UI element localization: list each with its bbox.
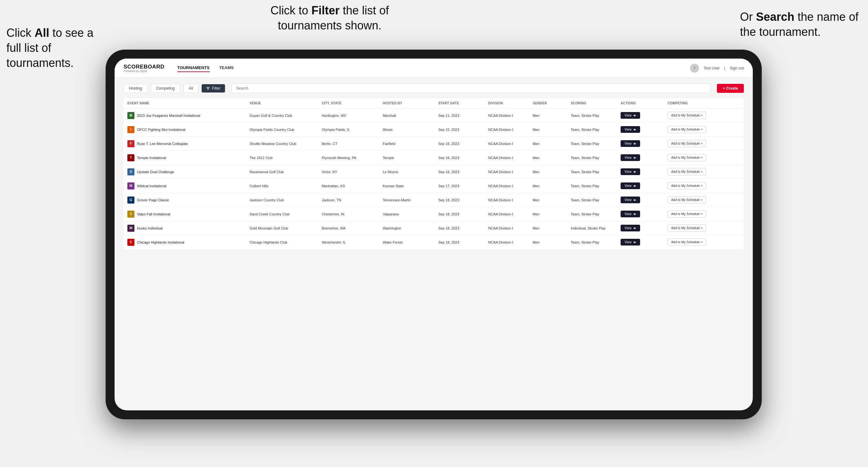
city-cell-3: Plymouth Meeting, PA [318,151,379,165]
annotation-topleft: Click All to see a full list of tourname… [6,26,96,70]
add-schedule-button-4[interactable]: Add to My Schedule + [668,168,706,176]
division-cell-1: NCAA Division I [485,123,529,137]
division-cell-2: NCAA Division I [485,137,529,151]
nav-link-teams[interactable]: TEAMS [219,64,234,72]
add-schedule-button-9[interactable]: Add to My Schedule + [668,239,706,246]
tab-competing[interactable]: Competing [151,84,180,93]
add-schedule-button-5[interactable]: Add to My Schedule + [668,182,706,189]
col-header-city: CITY, STATE [318,98,379,108]
view-button-6[interactable]: View [621,196,640,203]
table-row: I OFCC Fighting Illini Invitational Olym… [124,123,744,137]
hosted-cell-3: Temple [379,151,434,165]
table-row: W Wildcat Invitational Colbert Hills Man… [124,179,744,193]
scoring-cell-1: Team, Stroke Play [567,123,617,137]
gender-cell-3: Men [529,151,567,165]
division-cell-6: NCAA Division I [485,193,529,207]
view-button-4[interactable]: View [621,168,640,175]
date-cell-5: Sep 17, 2023 [434,179,484,193]
tab-hosting[interactable]: Hosting [124,84,148,93]
main-content: Hosting Competing All Filter + Create EV… [115,78,753,410]
hosted-cell-9: Wake Forest [379,235,434,249]
city-cell-4: Victor, NY [318,165,379,179]
nav-link-tournaments[interactable]: TOURNAMENTS [177,64,210,72]
logo-sub: Powered by clippd [124,69,164,73]
add-schedule-button-6[interactable]: Add to My Schedule + [668,196,706,204]
sign-out-link[interactable]: Sign out [730,66,744,70]
actions-cell-0: View [617,108,664,123]
event-name-cell-6: G Grover Page Classic [124,193,246,207]
event-name-cell-5: W Wildcat Invitational [124,179,246,193]
hosted-cell-7: Valparaiso [379,207,434,221]
nav-links: TOURNAMENTS TEAMS [177,64,690,72]
search-box [231,84,711,93]
view-button-7[interactable]: View [621,211,640,217]
gender-cell-6: Men [529,193,567,207]
venue-cell-6: Jackson Country Club [246,193,318,207]
actions-cell-3: View [617,151,664,165]
competing-cell-9: Add to My Schedule + [664,235,744,249]
view-button-1[interactable]: View [621,126,640,133]
competing-cell-4: Add to My Schedule + [664,165,744,179]
table-body: M 2023 Joe Feaganes Marshall Invitationa… [124,108,744,249]
event-name-text-7: Valpo Fall Invitational [137,212,170,216]
add-schedule-button-7[interactable]: Add to My Schedule + [668,210,706,218]
view-button-9[interactable]: View [621,239,640,246]
search-input[interactable] [231,84,711,93]
hosted-cell-8: Washington [379,221,434,235]
date-cell-1: Sep 15, 2023 [434,123,484,137]
view-button-8[interactable]: View [621,225,640,231]
eye-icon-2 [633,142,636,145]
city-cell-0: Huntington, WV [318,108,379,123]
col-header-competing: COMPETING [664,98,744,108]
team-logo-6: G [127,196,134,204]
add-schedule-button-3[interactable]: Add to My Schedule + [668,154,706,161]
add-schedule-button-8[interactable]: Add to My Schedule + [668,224,706,232]
col-header-actions: ACTIONS [617,98,664,108]
scoring-cell-3: Team, Stroke Play [567,151,617,165]
team-logo-7: V [127,211,134,218]
view-button-3[interactable]: View [621,154,640,161]
table-row: F Ryan T. Lee Memorial Collegiate Shuttl… [124,137,744,151]
view-button-2[interactable]: View [621,140,640,147]
view-button-0[interactable]: View [621,112,640,119]
filter-icon [206,86,210,90]
event-name-cell-8: W Husky Individual [124,221,246,235]
add-schedule-button-2[interactable]: Add to My Schedule + [668,140,706,147]
table-row: M 2023 Joe Feaganes Marshall Invitationa… [124,108,744,123]
venue-cell-1: Olympia Fields Country Club [246,123,318,137]
tab-all[interactable]: All [183,84,198,93]
table-header-row: EVENT NAME VENUE CITY, STATE HOSTED BY S… [124,98,744,108]
date-cell-0: Sep 11, 2023 [434,108,484,123]
eye-icon-6 [633,198,636,201]
filter-button[interactable]: Filter [202,84,225,93]
competing-cell-3: Add to My Schedule + [664,151,744,165]
table-row: G Grover Page Classic Jackson Country Cl… [124,193,744,207]
add-schedule-button-0[interactable]: Add to My Schedule + [668,112,706,119]
division-cell-7: NCAA Division I [485,207,529,221]
team-logo-0: M [127,112,134,119]
tablet-screen: SCOREBOARD Powered by clippd TOURNAMENTS… [115,59,753,410]
actions-cell-6: View [617,193,664,207]
venue-cell-8: Gold Mountain Golf Club [246,221,318,235]
create-button[interactable]: + Create [717,84,744,93]
division-cell-4: NCAA Division I [485,165,529,179]
eye-icon-9 [633,241,636,244]
filter-bar: Hosting Competing All Filter + Create [124,84,744,93]
table-row: V Valpo Fall Invitational Sand Creek Cou… [124,207,744,221]
date-cell-7: Sep 18, 2023 [434,207,484,221]
add-schedule-button-1[interactable]: Add to My Schedule + [668,126,706,133]
user-avatar: T [690,64,699,73]
tablet-frame: SCOREBOARD Powered by clippd TOURNAMENTS… [105,50,762,419]
nav-right: T Test User | Sign out [690,64,744,73]
competing-cell-1: Add to My Schedule + [664,123,744,137]
view-button-5[interactable]: View [621,182,640,189]
event-name-cell-1: I OFCC Fighting Illini Invitational [124,123,246,137]
competing-cell-8: Add to My Schedule + [664,221,744,235]
eye-icon-3 [633,156,636,159]
annotation-topright: Or Search the name of the tournament. [740,9,862,40]
actions-cell-7: View [617,207,664,221]
hosted-cell-4: Le Moyne [379,165,434,179]
scoring-cell-7: Team, Stroke Play [567,207,617,221]
events-table: EVENT NAME VENUE CITY, STATE HOSTED BY S… [124,98,744,249]
competing-cell-0: Add to My Schedule + [664,108,744,123]
